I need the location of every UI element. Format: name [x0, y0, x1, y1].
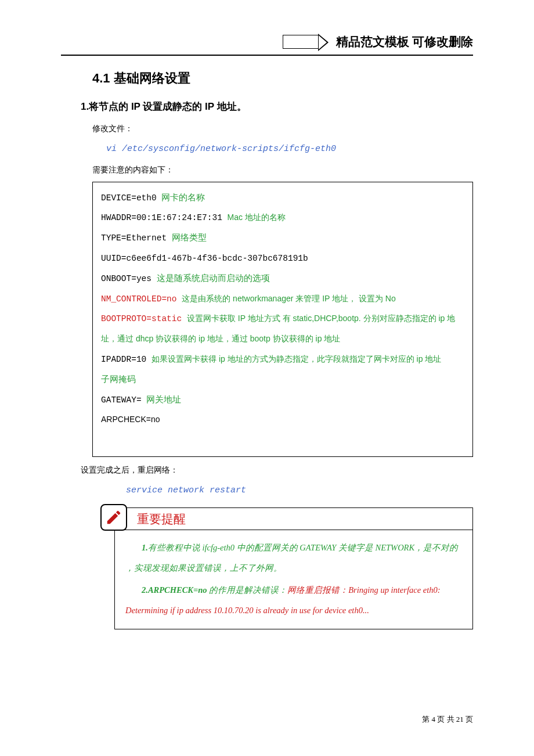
after-config-label: 设置完成之后，重启网络： [81, 462, 473, 480]
attention-label: 需要注意的内容如下： [92, 161, 473, 179]
notice-line1: 有些教程中说 ifcfg-eth0 中的配置网关的 GATEWAY 关键字是 N… [125, 543, 458, 573]
section-title: 4.1 基础网络设置 [92, 70, 473, 87]
notice-line2-g: 的作用是解决错误： [209, 585, 287, 595]
cfg-device: DEVICE=eth0 [101, 193, 161, 203]
cfg-arpcheck: ARPCHECK=no [101, 415, 160, 424]
notice-block: 重要提醒 1.有些教程中说 ifcfg-eth0 中的配置网关的 GATEWAY… [103, 507, 473, 629]
step1-heading: 1.将节点的 IP 设置成静态的 IP 地址。 [81, 100, 473, 113]
config-code-block: DEVICE=eth0 网卡的名称 HWADDR=00:1E:67:24:E7:… [92, 182, 473, 457]
notice-body: 1.有些教程中说 ifcfg-eth0 中的配置网关的 GATEWAY 关键字是… [114, 531, 473, 629]
cfg-type: TYPE=Ethernet [101, 233, 172, 243]
page-content: 4.1 基础网络设置 1.将节点的 IP 设置成静态的 IP 地址。 修改文件：… [92, 70, 473, 629]
notice-line1-num: 1. [142, 543, 148, 552]
header-rule [61, 55, 473, 56]
cfg-ipaddr: IPADDR=10 [101, 355, 151, 364]
modify-file-label: 修改文件： [92, 120, 473, 138]
cfg-type-note: 网络类型 [172, 233, 207, 243]
cfg-nmcontrolled-note: 这是由系统的 networkmanager 来管理 IP 地址， 设置为 No [182, 294, 395, 303]
cfg-hwaddr-note: Mac 地址的名称 [228, 213, 286, 222]
cfg-netmask-note: 子网掩码 [101, 375, 136, 384]
notice-title: 重要提醒 [137, 511, 186, 527]
header-banner: 精品范文模板 可修改删除 [283, 34, 473, 50]
header-text: 精品范文模板 可修改删除 [336, 34, 473, 50]
command-vi: vi /etc/sysconfig/network-scripts/ifcfg-… [106, 141, 473, 158]
command-restart: service network restart [126, 482, 473, 499]
cfg-onboot-note: 这是随系统启动而启动的选项 [157, 274, 270, 283]
notice-line2-prefix: 2.ARPCHECK=no [142, 585, 209, 595]
pencil-icon [100, 504, 127, 531]
cfg-bootproto: BOOTPROTO=static [101, 314, 187, 323]
cfg-ipaddr-note: 如果设置网卡获得 ip 地址的方式为静态指定，此字段就指定了网卡对应的 ip 地… [151, 354, 441, 363]
cfg-onboot: ONBOOT=yes [101, 274, 157, 283]
cfg-uuid: UUID=c6ee6fd1-467b-4f36-bcdc-307bc678191… [101, 254, 308, 263]
page-footer: 第 4 页 共 21 页 [422, 714, 473, 725]
cfg-hwaddr: HWADDR=00:1E:67:24:E7:31 [101, 213, 228, 222]
arrow-icon [283, 35, 319, 49]
cfg-gateway-note: 网关地址 [146, 395, 181, 405]
cfg-device-note: 网卡的名称 [161, 193, 205, 203]
cfg-gateway: GATEWAY= [101, 395, 146, 405]
cfg-nmcontrolled: NM_CONTROLED=no [101, 294, 182, 304]
